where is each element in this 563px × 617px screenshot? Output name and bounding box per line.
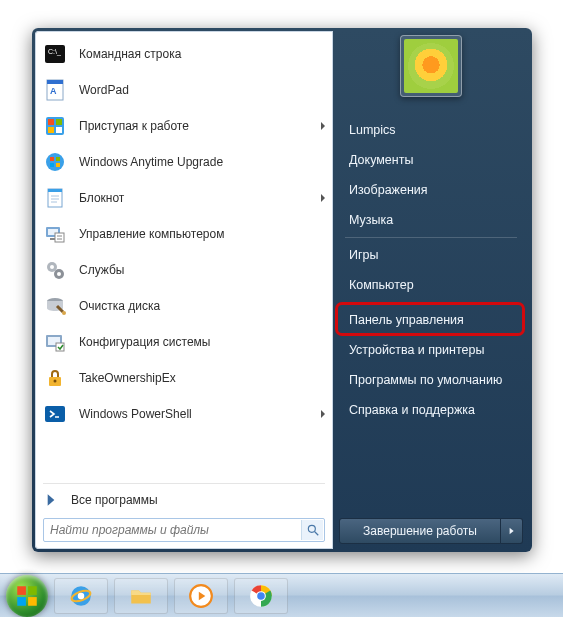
program-item-wordpad[interactable]: A WordPad	[37, 72, 331, 108]
program-item-getting-started[interactable]: Приступая к работе	[37, 108, 331, 144]
svg-line-39	[314, 532, 318, 536]
shutdown-button[interactable]: Завершение работы	[339, 518, 501, 544]
svg-point-38	[308, 525, 315, 532]
svg-rect-13	[50, 163, 54, 167]
svg-point-10	[46, 153, 64, 171]
svg-rect-14	[56, 163, 60, 167]
disk-cleanup-icon	[41, 292, 69, 320]
submenu-arrow-icon	[321, 410, 325, 418]
all-programs-label: Все программы	[71, 493, 325, 507]
program-label: Управление компьютером	[79, 227, 325, 241]
program-label: WordPad	[79, 83, 325, 97]
takeownership-icon	[41, 364, 69, 392]
msconfig-icon	[41, 328, 69, 356]
program-label: Windows PowerShell	[79, 407, 315, 421]
right-item-computer[interactable]: Компьютер	[339, 270, 523, 300]
svg-point-51	[257, 592, 265, 600]
right-item-user-folder[interactable]: Lumpics	[339, 115, 523, 145]
search-row	[37, 514, 331, 544]
taskbar-pin-file-explorer[interactable]	[114, 578, 168, 614]
program-label: Очистка диска	[79, 299, 325, 313]
right-item-pictures[interactable]: Изображения	[339, 175, 523, 205]
program-item-cmd[interactable]: C:\_ Командная строка	[37, 36, 331, 72]
taskbar-pin-media-player[interactable]	[174, 578, 228, 614]
all-programs[interactable]: Все программы	[37, 486, 331, 514]
right-item-documents[interactable]: Документы	[339, 145, 523, 175]
start-menu-left-pane: C:\_ Командная строка A WordPad Приступа…	[35, 31, 333, 549]
svg-point-29	[57, 272, 61, 276]
right-item-control-panel[interactable]: Панель управления	[339, 305, 523, 335]
program-label: Приступая к работе	[79, 119, 315, 133]
services-icon	[41, 256, 69, 284]
divider	[345, 302, 517, 303]
taskbar-pin-chrome[interactable]	[234, 578, 288, 614]
svg-rect-23	[55, 233, 64, 242]
svg-rect-42	[17, 597, 26, 606]
svg-rect-16	[48, 189, 62, 192]
program-label: Командная строка	[79, 47, 325, 61]
right-item-music[interactable]: Музыка	[339, 205, 523, 235]
right-item-games[interactable]: Игры	[339, 240, 523, 270]
svg-rect-9	[56, 127, 62, 133]
program-item-powershell[interactable]: Windows PowerShell	[37, 396, 331, 432]
start-menu-right-pane: LumpicsДокументыИзображенияМузыкаИгрыКом…	[333, 31, 529, 549]
search-icon	[306, 523, 320, 537]
chrome-icon	[248, 583, 274, 609]
windows-logo-icon	[14, 583, 40, 609]
cmd-icon: C:\_	[41, 40, 69, 68]
program-label: Блокнот	[79, 191, 315, 205]
svg-rect-40	[17, 586, 26, 595]
svg-rect-41	[28, 586, 37, 595]
divider	[43, 483, 325, 484]
svg-point-36	[54, 380, 57, 383]
svg-rect-12	[56, 157, 60, 161]
program-item-computer-mgmt[interactable]: Управление компьютером	[37, 216, 331, 252]
shutdown-options-arrow[interactable]	[501, 518, 523, 544]
svg-rect-43	[28, 597, 37, 606]
chevron-right-icon	[508, 527, 516, 535]
media-player-icon	[188, 583, 214, 609]
internet-explorer-icon	[68, 583, 94, 609]
taskbar	[0, 573, 563, 617]
program-item-disk-cleanup[interactable]: Очистка диска	[37, 288, 331, 324]
start-menu: C:\_ Командная строка A WordPad Приступа…	[32, 28, 532, 552]
taskbar-pin-internet-explorer[interactable]	[54, 578, 108, 614]
svg-rect-7	[56, 119, 62, 125]
program-item-msconfig[interactable]: Конфигурация системы	[37, 324, 331, 360]
right-item-default-programs[interactable]: Программы по умолчанию	[339, 365, 523, 395]
svg-rect-6	[48, 119, 54, 125]
svg-point-46	[78, 592, 85, 599]
user-avatar-frame[interactable]	[400, 35, 462, 97]
svg-text:A: A	[50, 86, 57, 96]
svg-rect-11	[50, 157, 54, 161]
divider	[345, 237, 517, 238]
search-button[interactable]	[301, 520, 323, 540]
program-item-takeownership[interactable]: TakeOwnershipEx	[37, 360, 331, 396]
program-label: Конфигурация системы	[79, 335, 325, 349]
svg-text:C:\_: C:\_	[48, 48, 61, 56]
all-programs-arrow-icon	[41, 490, 61, 510]
start-button[interactable]	[6, 575, 48, 617]
right-menu-list: LumpicsДокументыИзображенияМузыкаИгрыКом…	[339, 115, 523, 518]
user-avatar-flower-icon	[404, 39, 458, 93]
notepad-icon	[41, 184, 69, 212]
svg-rect-8	[48, 127, 54, 133]
wordpad-icon: A	[41, 76, 69, 104]
svg-point-31	[62, 311, 66, 315]
submenu-arrow-icon	[321, 194, 325, 202]
program-item-services[interactable]: Службы	[37, 252, 331, 288]
right-item-help-support[interactable]: Справка и поддержка	[339, 395, 523, 425]
program-list: C:\_ Командная строка A WordPad Приступа…	[37, 36, 331, 481]
search-input[interactable]	[43, 518, 325, 542]
svg-rect-3	[47, 80, 63, 84]
powershell-icon	[41, 400, 69, 428]
program-label: Windows Anytime Upgrade	[79, 155, 325, 169]
program-label: TakeOwnershipEx	[79, 371, 325, 385]
svg-point-27	[50, 265, 54, 269]
getting-started-icon	[41, 112, 69, 140]
right-item-devices-printers[interactable]: Устройства и принтеры	[339, 335, 523, 365]
file-explorer-icon	[128, 583, 154, 609]
program-item-notepad[interactable]: Блокнот	[37, 180, 331, 216]
program-item-anytime-upgrade[interactable]: Windows Anytime Upgrade	[37, 144, 331, 180]
computer-mgmt-icon	[41, 220, 69, 248]
